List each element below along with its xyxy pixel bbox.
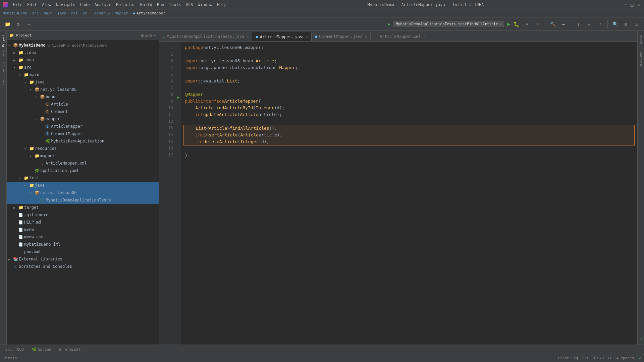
tree-item-comment-mapper[interactable]: ▶ I CommentMapper — [7, 130, 159, 137]
tree-item-article-mapper[interactable]: ▶ I ArticleMapper — [7, 123, 159, 130]
bottom-tab-spring[interactable]: 🌿 Spring — [30, 347, 53, 352]
menu-refactor[interactable]: Refactor — [114, 2, 138, 8]
expand-icon[interactable]: ▶ — [13, 51, 17, 55]
expand-icon[interactable]: ▾ — [13, 66, 17, 69]
toolbar-collapse-btn[interactable]: ─ — [24, 19, 34, 29]
tree-item-java[interactable]: ▾ 📁 java — [7, 78, 159, 86]
menu-file[interactable]: File — [11, 2, 24, 8]
run-config-selector[interactable]: MybatisDemoApplicationTests.testFindAllA… — [393, 21, 504, 27]
expand-icon[interactable]: ▾ — [24, 80, 28, 84]
menu-analyze[interactable]: Analyze — [92, 2, 113, 8]
run-button[interactable]: ▶ — [507, 21, 510, 27]
menu-tools[interactable]: Tools — [167, 2, 183, 8]
tab-close-tests[interactable]: ✕ — [247, 35, 249, 39]
expand-icon[interactable]: ▶ — [8, 257, 12, 261]
tab-article-mapper[interactable]: ● ArticleMapper.java ✕ — [252, 32, 311, 41]
code-editor[interactable]: 1234 5678 9101112 13141516 17 ▶ — [159, 42, 637, 345]
tab-close-comment-mapper[interactable]: ✕ — [365, 35, 367, 39]
toolbar-settings-btn[interactable]: ⚙ — [13, 19, 23, 29]
terminal-btn[interactable]: ⊞ — [621, 19, 631, 29]
tree-item-article-xml[interactable]: ▶ ⋮ ArticleMapper.xml — [7, 160, 159, 167]
expand-icon[interactable]: ▾ — [30, 154, 34, 158]
tab-bar[interactable]: ☕ MybatisDemoApplicationTests.java ✕ ● A… — [159, 31, 637, 42]
menu-navigate[interactable]: Navigate — [54, 2, 77, 8]
profile-button[interactable]: ⚡ — [533, 19, 542, 29]
expand-icon[interactable]: ▶ — [13, 58, 17, 62]
tree-item-main-app[interactable]: ▶ 🌿 MybatisDemoApplication — [7, 137, 159, 145]
tree-item-idea[interactable]: ▶ 📁 .idea — [7, 49, 159, 56]
tree-item-mapper-res[interactable]: ▾ 📁 mapper — [7, 152, 159, 160]
expand-icon[interactable]: ▶ — [13, 206, 17, 209]
tree-item-scratches[interactable]: ▶ ✏ Scratches and Consoles — [7, 263, 159, 270]
tree-item-mvnw-cmd[interactable]: ▶ 📄 mvnw.cmd — [7, 233, 159, 241]
tree-item-pom[interactable]: ▶ ⋮ pom.xml — [7, 248, 159, 255]
breadcrumb-yc[interactable]: yc — [83, 11, 87, 15]
breadcrumb-java[interactable]: java — [57, 11, 66, 15]
tree-item-mvnw[interactable]: ▶ 📄 mvnw — [7, 226, 159, 233]
breadcrumb-lesson06[interactable]: lesson06 — [92, 11, 110, 15]
status-position[interactable]: 2:1 — [582, 356, 589, 360]
tree-item-gitignore[interactable]: ▶ 📄 .gitignore — [7, 211, 159, 219]
menu-window[interactable]: Window — [196, 2, 214, 8]
breadcrumb-src[interactable]: src — [32, 11, 39, 15]
run-config-dropdown-icon[interactable]: ▾ — [499, 22, 502, 26]
panel-header-buttons[interactable]: ⊕ ≡ ⚙ ─ — [141, 33, 156, 38]
tree-item-mapper-pkg[interactable]: ▾ 📦 mapper — [7, 115, 159, 123]
expand-icon[interactable]: ▾ — [30, 191, 34, 195]
minimize-button[interactable]: ─ — [623, 2, 628, 7]
tab-comment-mapper[interactable]: ● CommentMapper.java ✕ — [312, 32, 371, 41]
check-icon[interactable]: ✓ — [638, 335, 643, 343]
expand-icon[interactable]: ▾ — [19, 176, 23, 180]
tree-item-app-tests[interactable]: ▶ T MybatisDemoApplicationTests — [7, 196, 159, 204]
tree-item-main[interactable]: ▾ 📁 main — [7, 71, 159, 78]
expand-icon[interactable]: ▾ — [35, 117, 39, 121]
tree-item-comment-class[interactable]: ▶ C Comment — [7, 108, 159, 115]
sidebar-item-maven[interactable]: Maven — [639, 32, 643, 47]
expand-icon[interactable]: ▾ — [24, 184, 28, 187]
tree-item-test-java[interactable]: ▾ 📁 java — [7, 182, 159, 189]
menu-edit[interactable]: Edit — [25, 2, 39, 8]
breadcrumb-main[interactable]: main — [44, 11, 53, 15]
expand-icon[interactable]: ▾ — [8, 44, 12, 47]
search-everywhere-btn[interactable]: 🔍 — [610, 19, 620, 29]
more-btn[interactable]: ⋯ — [559, 19, 568, 29]
tab-article-xml[interactable]: ⋮ ArticleMapper.xml ✕ — [371, 32, 429, 41]
sidebar-item-database[interactable]: Database — [639, 50, 643, 69]
status-line-ending[interactable]: LF — [608, 356, 612, 360]
menu-vcs[interactable]: VCS — [184, 2, 195, 8]
tree-item-mybatisdemo[interactable]: ▾ 📦 MybatisDemo D:\IdeaProjects\MybatisD… — [7, 42, 159, 49]
tree-item-mvn[interactable]: ▶ 📁 .mvn — [7, 56, 159, 64]
status-indent[interactable]: 4 spaces — [616, 356, 634, 360]
breadcrumb-mybatisdemo[interactable]: MybatisDemo — [3, 11, 27, 15]
vcs-push-btn[interactable]: ↑ — [595, 19, 605, 29]
expand-icon[interactable]: ▾ — [19, 73, 23, 77]
close-button[interactable]: ✕ — [636, 2, 641, 7]
code-content[interactable]: package net.yc.lesson06.mapper; import n… — [181, 42, 637, 345]
tree-item-resources[interactable]: ▾ 📁 resources — [7, 145, 159, 152]
status-git[interactable]: ⎇ main — [3, 356, 17, 360]
status-event-log[interactable]: Event Log — [558, 356, 578, 360]
bottom-tab-todo[interactable]: ☑ 6: TODO — [3, 347, 26, 352]
tree-item-bean[interactable]: ▾ 📦 bean — [7, 93, 159, 101]
coverage-button[interactable]: ☂ — [522, 19, 532, 29]
tab-close-article-xml[interactable]: ✕ — [423, 35, 425, 39]
tab-mybatisdemo-tests[interactable]: ☕ MybatisDemoApplicationTests.java ✕ — [159, 32, 252, 41]
status-encoding[interactable]: UTF-8 — [593, 356, 604, 360]
vcs-update-btn[interactable]: ↓ — [574, 19, 583, 29]
breadcrumb-article-mapper[interactable]: ArticleMapper — [137, 11, 165, 15]
menu-run[interactable]: Run — [155, 2, 166, 8]
sidebar-icon-favorites[interactable]: Favorites — [1, 68, 6, 85]
tree-item-app-yaml[interactable]: ▶ 🌿 application.yaml — [7, 167, 159, 174]
expand-icon[interactable]: ▾ — [35, 95, 39, 99]
problems-btn[interactable]: ⚠ — [632, 19, 641, 29]
menu-view[interactable]: View — [40, 2, 53, 8]
menu-bar[interactable]: File Edit View Navigate Code Analyze Ref… — [11, 2, 229, 8]
sidebar-icon-project[interactable]: Project — [1, 32, 6, 49]
tree-item-article-class[interactable]: ▶ C Article — [7, 101, 159, 108]
tree-item-target[interactable]: ▶ 📁 target — [7, 204, 159, 211]
vcs-commit-btn[interactable]: ✓ — [585, 19, 594, 29]
tree-item-test-pkg[interactable]: ▾ 📦 net.yc.lesson06 — [7, 189, 159, 196]
breadcrumb-net[interactable]: net — [71, 11, 78, 15]
tree-item-test[interactable]: ▾ 📁 test — [7, 174, 159, 182]
menu-build[interactable]: Build — [138, 2, 154, 8]
